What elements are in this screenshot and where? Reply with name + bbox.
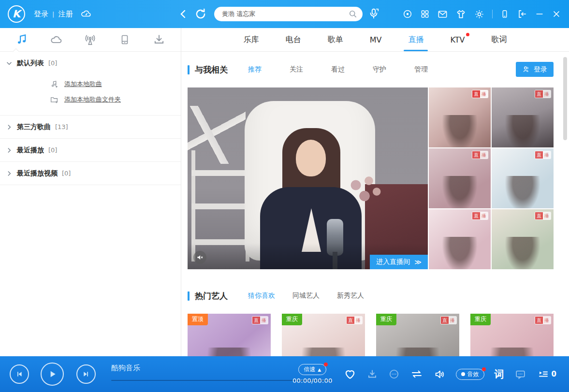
- login-link[interactable]: 登录: [34, 10, 48, 19]
- tab-radio[interactable]: 电台: [285, 28, 302, 51]
- tab-lyrics[interactable]: 歌词: [491, 28, 507, 51]
- tab-live[interactable]: 直播: [408, 28, 424, 51]
- previous-icon: [15, 370, 23, 378]
- tab-playlists[interactable]: 歌单: [327, 28, 344, 51]
- previous-track-button[interactable]: [10, 364, 29, 384]
- refresh-icon[interactable]: [194, 8, 207, 20]
- playlist-section-default: 默认列表 [0] 添加本地歌曲 添加本地歌曲文件夹: [0, 52, 181, 116]
- cloud-sync-icon[interactable]: [80, 8, 92, 20]
- artist-card[interactable]: 置顶 直播: [188, 314, 271, 356]
- tab-new-artists[interactable]: 新秀艺人: [337, 291, 364, 300]
- comments-button[interactable]: [514, 368, 526, 380]
- playlist-header-recent[interactable]: 最近播放 [0]: [0, 139, 181, 161]
- next-track-button[interactable]: [76, 364, 96, 384]
- add-local-song-button[interactable]: 添加本地歌曲: [0, 76, 181, 92]
- playlist-header-default[interactable]: 默认列表 [0]: [0, 52, 181, 74]
- more-options-button[interactable]: [388, 368, 400, 380]
- live-thumbnail[interactable]: 直播: [429, 209, 491, 269]
- tab-mv[interactable]: MV: [369, 28, 382, 51]
- live-badge-right: 播: [543, 151, 551, 159]
- minimize-icon[interactable]: [535, 9, 544, 19]
- tab-guess-you-like[interactable]: 猜你喜欢: [248, 291, 275, 300]
- playlist-name: 默认列表: [17, 59, 44, 68]
- download-tab[interactable]: [149, 30, 169, 49]
- search-box[interactable]: [214, 7, 363, 21]
- search-input[interactable]: [222, 11, 348, 18]
- record-icon[interactable]: [402, 9, 413, 19]
- section-title: 热门艺人: [195, 290, 228, 302]
- register-link[interactable]: 注册: [58, 10, 73, 19]
- double-chevron-icon: ≫: [414, 258, 422, 266]
- live-badge-left: 直: [252, 317, 260, 324]
- music-note-plus-icon: [50, 80, 58, 88]
- mute-button[interactable]: [193, 251, 206, 264]
- add-local-folder-button[interactable]: 添加本地歌曲文件夹: [0, 92, 181, 107]
- tab-following[interactable]: 关注: [290, 65, 303, 74]
- cloud-music-tab[interactable]: [46, 30, 66, 49]
- skin-theme-icon[interactable]: [455, 9, 467, 20]
- tab-recommended[interactable]: 推荐: [248, 65, 262, 74]
- live-badge-right: 播: [543, 212, 551, 219]
- tab-same-city[interactable]: 同城艺人: [292, 291, 320, 300]
- live-badge-left: 直: [472, 90, 480, 98]
- player-bar: 酷狗音乐 倍速 ▲ 00:00/00:00: [0, 356, 569, 392]
- search-icon[interactable]: [348, 9, 358, 19]
- live-thumbnail[interactable]: 直播: [492, 209, 554, 269]
- live-thumbnail[interactable]: 直播: [429, 148, 491, 208]
- tab-watched[interactable]: 看过: [331, 65, 345, 74]
- caret-up-icon: ▲: [318, 367, 321, 372]
- playlist-header-recent-video[interactable]: 最近播放视频 [0]: [0, 162, 181, 185]
- live-badge: 直播: [535, 90, 551, 98]
- live-badge-left: 直: [472, 212, 480, 219]
- close-icon[interactable]: [552, 9, 561, 19]
- messages-icon[interactable]: [437, 9, 448, 20]
- tab-music-library[interactable]: 乐库: [243, 28, 260, 51]
- sound-effect-button[interactable]: 音效: [456, 369, 484, 380]
- speed-time-group: 倍速 ▲ 00:00/00:00: [292, 364, 333, 384]
- live-badge-right: 播: [480, 212, 488, 219]
- identify-song-icon[interactable]: [367, 7, 380, 20]
- tab-manage[interactable]: 管理: [414, 65, 428, 74]
- sidebar: 默认列表 [0] 添加本地歌曲 添加本地歌曲文件夹: [0, 28, 181, 356]
- playlist-header-thirdparty[interactable]: 第三方歌曲 [13]: [0, 116, 181, 138]
- play-queue-button[interactable]: 0: [537, 368, 556, 380]
- back-icon[interactable]: [178, 8, 190, 20]
- live-thumbnail[interactable]: 直播: [492, 87, 554, 147]
- mini-mode-icon[interactable]: [517, 9, 527, 19]
- artist-card[interactable]: 重庆 直播: [376, 314, 459, 356]
- phone-transfer-icon[interactable]: [500, 9, 510, 19]
- enter-live-room-button[interactable]: 进入直播间 ≫: [370, 255, 428, 269]
- live-badge: 直播: [252, 316, 268, 324]
- tab-ktv[interactable]: KTV: [450, 28, 465, 51]
- live-badge: 直播: [535, 316, 551, 324]
- local-music-tab[interactable]: [12, 30, 31, 49]
- settings-gear-icon[interactable]: [474, 9, 485, 20]
- radio-tab[interactable]: [81, 30, 100, 49]
- city-badge: 重庆: [376, 314, 396, 325]
- add-local-folder-label: 添加本地歌曲文件夹: [64, 95, 121, 104]
- live-thumbnail[interactable]: 直播: [492, 148, 554, 208]
- ktv-red-dot: [466, 33, 469, 36]
- live-thumbnail[interactable]: 直播: [429, 87, 491, 147]
- live-badge: 直播: [472, 90, 488, 98]
- section-accent-bar: [188, 291, 190, 301]
- playback-speed-button[interactable]: 倍速 ▲: [298, 364, 326, 375]
- playlist-count: [0]: [62, 170, 71, 177]
- chevron-right-icon: [6, 170, 13, 177]
- tab-guard[interactable]: 守护: [373, 65, 386, 74]
- play-mode-button[interactable]: [410, 368, 423, 380]
- featured-live-stream[interactable]: 进入直播间 ≫: [188, 87, 428, 269]
- playlist-count: [13]: [55, 123, 68, 131]
- download-song-button[interactable]: [366, 368, 378, 380]
- lyrics-toggle-button[interactable]: 词: [495, 368, 504, 381]
- vertical-scrollbar[interactable]: [563, 57, 567, 140]
- artist-card[interactable]: 重庆 直播: [282, 314, 365, 356]
- play-button[interactable]: [41, 363, 64, 386]
- volume-button[interactable]: [434, 368, 446, 380]
- apps-grid-icon[interactable]: [420, 9, 430, 19]
- device-tab[interactable]: [115, 30, 134, 49]
- favorite-heart-button[interactable]: [344, 368, 356, 380]
- live-login-button[interactable]: 登录: [516, 62, 554, 77]
- kugou-logo[interactable]: K: [8, 5, 25, 23]
- artist-card[interactable]: 重庆 直播: [470, 314, 554, 356]
